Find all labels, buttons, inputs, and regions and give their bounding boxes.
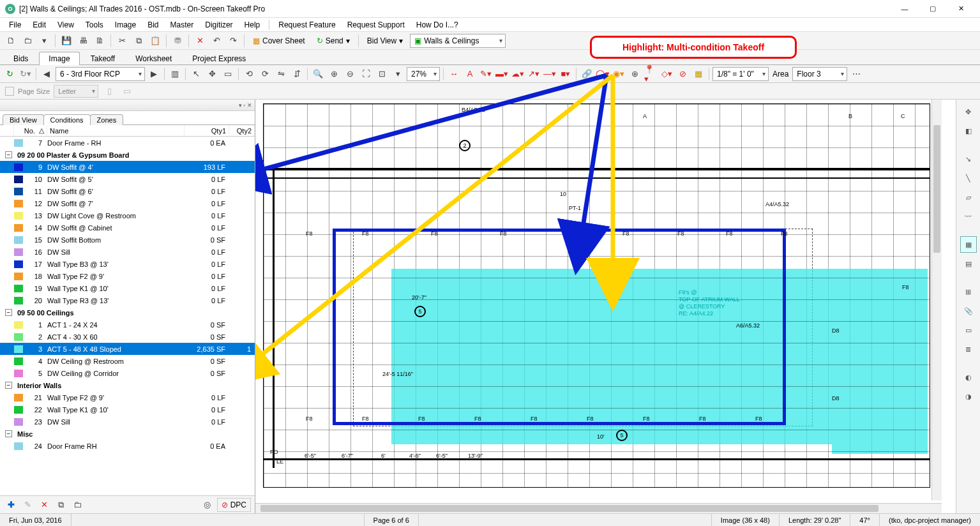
filter-icon[interactable]: ⛃ (170, 34, 185, 48)
new-icon[interactable]: 🗋 (4, 34, 18, 48)
condition-row[interactable]: 14DW Soffit @ Cabinet0 LF (0, 222, 255, 234)
tool-attach-icon[interactable]: 📎 (960, 303, 977, 319)
pagesize-combo[interactable]: Letter (54, 85, 98, 98)
zoom-fit-icon[interactable]: ⛶ (359, 67, 373, 81)
tool-option-b-icon[interactable]: ◑ (960, 388, 977, 405)
bid-combo[interactable]: ▣Walls & Ceilings (410, 34, 506, 48)
arrow-icon[interactable]: ↗▾ (527, 67, 541, 81)
marquee-icon[interactable]: ▭ (221, 67, 235, 81)
target-icon[interactable]: ⊕ (628, 67, 642, 81)
tool-fill-icon[interactable]: ▦ (960, 236, 977, 253)
delete-icon[interactable]: ✕ (193, 34, 207, 48)
col-qty1[interactable]: Qty1 (185, 125, 229, 136)
condition-row[interactable]: 22Wall Type K1 @ 10'0 LF (0, 403, 255, 416)
zoom-in-icon[interactable]: ⊕ (327, 67, 341, 81)
paste-icon[interactable]: 📋 (148, 34, 162, 48)
menu-view[interactable]: View (52, 19, 79, 31)
text-icon[interactable]: A (463, 67, 477, 81)
view-mode-1-icon[interactable]: ✥ (960, 103, 977, 120)
condition-group[interactable]: −Misc (0, 428, 255, 440)
duplicate-icon[interactable]: ⧉ (54, 498, 68, 512)
condition-row[interactable]: 23DW Sill0 LF (0, 416, 255, 428)
col-qty2[interactable]: Qty2 (229, 125, 255, 136)
cover-sheet-button[interactable]: ▦Cover Sheet (248, 34, 310, 48)
dimension-icon[interactable]: ↔ (447, 67, 461, 81)
condition-row[interactable]: 4DW Ceiling @ Restroom0 SF (0, 355, 255, 367)
tool-option-a-icon[interactable]: ◐ (960, 369, 977, 386)
condition-row[interactable]: 19Wall Type K1 @ 10'0 LF (0, 282, 255, 294)
dpc-button[interactable]: ⊘DPC (217, 498, 251, 512)
menu-help[interactable]: Help (239, 19, 266, 31)
condition-row[interactable]: 17Wall Type B3 @ 13'0 LF (0, 258, 255, 270)
condition-row[interactable]: 11DW Soffit @ 6'0 LF (0, 185, 255, 197)
vertical-scrollbar[interactable] (931, 100, 942, 500)
cut-icon[interactable]: ✂ (115, 34, 129, 48)
condition-row[interactable]: 1ACT 1 - 24 X 240 SF (0, 319, 255, 331)
print-icon[interactable]: 🖶 (76, 34, 90, 48)
menu-edit[interactable]: Edit (27, 19, 51, 31)
menu-digitizer[interactable]: Digitizer (200, 19, 237, 31)
area-settings-icon[interactable]: ⋯ (849, 67, 863, 81)
zoom-extents-icon[interactable]: ⊡ (375, 67, 389, 81)
add-condition-icon[interactable]: ✚ (4, 498, 18, 512)
panel-tab-bidview[interactable]: Bid View (3, 114, 44, 125)
tab-bids[interactable]: Bids (4, 52, 38, 65)
menu-bid[interactable]: Bid (142, 19, 163, 31)
flip-v-icon[interactable]: ⇵ (290, 67, 304, 81)
folder-action-icon[interactable]: 🗀 (70, 498, 84, 512)
tool-curve-icon[interactable]: 〰 (960, 208, 977, 225)
tool-grid-icon[interactable]: ▤ (960, 255, 977, 272)
drawing-canvas[interactable]: B4/A5.32 A B C 2 10 PT-1 A4/A5.32 F8 F8 … (255, 100, 956, 513)
tool-area-icon[interactable]: ▱ (960, 189, 977, 206)
panel-tab-conditions[interactable]: Conditions (43, 114, 91, 125)
condition-row[interactable]: 24Door Frame RH0 EA (0, 440, 255, 452)
condition-row[interactable]: 5DW Ceiling @ Corridor0 SF (0, 367, 255, 379)
condition-row[interactable]: 3ACT 5 - 48 X 48 Sloped2,635 SF1 (0, 343, 255, 355)
pointer-icon[interactable]: ↖ (189, 67, 203, 81)
tab-takeoff[interactable]: Takeoff (81, 52, 124, 65)
col-name[interactable]: Name (47, 125, 185, 136)
menu-request-support[interactable]: Request Support (342, 19, 410, 31)
flip-h-icon[interactable]: ⇋ (274, 67, 288, 81)
condition-row[interactable]: 18Wall Type F2 @ 9'0 LF (0, 270, 255, 282)
condition-group[interactable]: −09 20 00 Plaster & Gypsum Board (0, 149, 255, 161)
undo-icon[interactable]: ↶ (209, 34, 223, 48)
menu-how-do-i[interactable]: How Do I...? (411, 19, 464, 31)
multi-condition-icon[interactable]: ◉▾ (612, 67, 626, 81)
folder-icon[interactable]: 🗀 (20, 34, 34, 48)
tool-line-icon[interactable]: ╲ (960, 170, 977, 186)
tab-project-express[interactable]: Project Express (183, 52, 255, 65)
bid-view-button[interactable]: Bid View▾ (363, 34, 407, 48)
condition-row[interactable]: 13DW Light Cove @ Restroom0 LF (0, 209, 255, 222)
orientation-landscape-icon[interactable]: ▭ (120, 84, 134, 98)
menu-image[interactable]: Image (110, 19, 141, 31)
remove-condition-icon[interactable]: ✕ (37, 498, 51, 512)
zoom-out-icon[interactable]: ⊖ (343, 67, 357, 81)
stamp-icon[interactable]: ◯▾ (596, 67, 610, 81)
highlighter-icon[interactable]: ▬▾ (495, 67, 509, 81)
menu-master[interactable]: Master (165, 19, 199, 31)
tab-worksheet[interactable]: Worksheet (126, 52, 181, 65)
zoom-combo[interactable]: 27% (407, 67, 440, 81)
close-button[interactable]: ✕ (947, 0, 975, 18)
menu-tools[interactable]: Tools (80, 19, 109, 31)
dropdown-icon[interactable]: ▾ (37, 34, 51, 48)
cloud-icon[interactable]: ☁▾ (511, 67, 525, 81)
condition-row[interactable]: 12DW Soffit @ 7'0 LF (0, 197, 255, 209)
copy-icon[interactable]: ⧉ (132, 34, 146, 48)
tool-point-icon[interactable]: ↘ (960, 151, 977, 167)
condition-group[interactable]: −Interior Walls (0, 379, 255, 391)
horizontal-scrollbar[interactable] (255, 503, 942, 513)
redo-icon[interactable]: ↷ (226, 34, 240, 48)
conditions-list[interactable]: 7Door Frame - RH0 EA−09 20 00 Plaster & … (0, 137, 255, 495)
orientation-portrait-icon[interactable]: ▯ (102, 84, 116, 98)
rotate-right-icon[interactable]: ⟳ (258, 67, 272, 81)
edit-condition-icon[interactable]: ✎ (20, 498, 34, 512)
tool-layers-icon[interactable]: ≣ (960, 341, 977, 357)
tool-rect-icon[interactable]: ▭ (960, 322, 977, 338)
tool-count-icon[interactable]: ⊞ (960, 283, 977, 300)
line-tool-icon[interactable]: —▾ (543, 67, 557, 81)
condition-row[interactable]: 2ACT 4 - 30 X 600 SF (0, 331, 255, 343)
condition-row[interactable]: 16DW Sill0 LF (0, 246, 255, 258)
condition-row[interactable]: 10DW Soffit @ 5'0 LF (0, 173, 255, 185)
